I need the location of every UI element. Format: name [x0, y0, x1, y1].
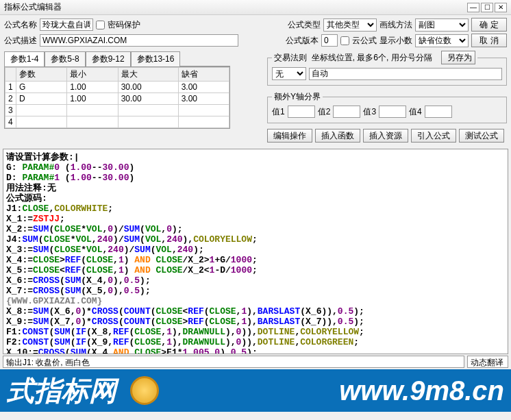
- tab-params-9-12[interactable]: 参数9-12: [86, 51, 131, 66]
- axis-input[interactable]: [309, 68, 502, 80]
- col-min: 最小: [67, 68, 118, 82]
- table-row: 3: [5, 105, 229, 116]
- cancel-button[interactable]: 取 消: [471, 34, 507, 47]
- tradelaw-select[interactable]: 无: [272, 67, 306, 80]
- output-status: 输出J1: 收盘价, 画白色: [3, 356, 464, 368]
- tab-params-1-4[interactable]: 参数1-4: [4, 51, 45, 66]
- minimize-button[interactable]: —: [467, 3, 479, 12]
- v3-label: 值3: [363, 106, 376, 118]
- close-button[interactable]: ✕: [495, 3, 507, 12]
- name-input[interactable]: [40, 18, 93, 31]
- autotrans-status: 动态翻译: [467, 356, 508, 368]
- table-row: 1G1.0030.003.00: [5, 82, 229, 93]
- decimals-label: 显示小数: [379, 35, 412, 47]
- table-row: 2D1.0030.003.00: [5, 93, 229, 105]
- import-button[interactable]: 引入公式: [411, 129, 456, 143]
- type-select[interactable]: 其他类型: [323, 18, 377, 32]
- param-grid[interactable]: 参数 最小 最大 缺省 1G1.0030.003.00 2D1.0030.003…: [4, 66, 230, 129]
- cloud-checkbox[interactable]: [340, 36, 349, 45]
- coin-icon: [130, 376, 159, 405]
- ok-button[interactable]: 确 定: [471, 18, 507, 32]
- col-param: 参数: [16, 68, 67, 82]
- watermark-banner: 式指标网 www.9m8.cn: [0, 369, 511, 412]
- banner-left: 式指标网: [7, 372, 116, 410]
- maximize-button[interactable]: ☐: [481, 3, 493, 12]
- v2-label: 值2: [318, 106, 331, 118]
- version-input[interactable]: [321, 34, 338, 47]
- insert-func-button[interactable]: 插入函数: [315, 129, 360, 143]
- axisnote-label: 坐标线位置, 最多6个, 用分号分隔: [312, 53, 432, 62]
- table-row: 4: [5, 116, 229, 128]
- top-form: 公式名称 密码保护 公式类型 其他类型 画线方法 副图 确 定 公式描述 公式版…: [0, 15, 511, 147]
- test-button[interactable]: 测试公式: [459, 129, 504, 143]
- drawmethod-select[interactable]: 副图: [415, 18, 469, 32]
- v4-label: 值4: [409, 106, 422, 118]
- pwd-checkbox[interactable]: [96, 21, 105, 29]
- tab-params-13-16[interactable]: 参数13-16: [131, 51, 181, 66]
- col-def: 缺省: [178, 68, 229, 82]
- window-title: 指标公式编辑器: [4, 1, 466, 13]
- name-label: 公式名称: [4, 19, 37, 31]
- v4-input[interactable]: [425, 106, 452, 118]
- banner-right: www.9m8.cn: [339, 375, 504, 406]
- desc-label: 公式描述: [4, 35, 37, 47]
- insert-res-button[interactable]: 插入资源: [363, 129, 408, 143]
- saveas-button[interactable]: 另存为: [441, 51, 475, 64]
- type-label: 公式类型: [288, 19, 321, 31]
- tradelaw-legend: 交易法则: [274, 53, 307, 62]
- pwd-label: 密码保护: [108, 19, 140, 31]
- code-editor[interactable]: 请设置计算参数:| G: PARAM#0 (1.00--30.00) D: PA…: [3, 149, 508, 354]
- v2-input[interactable]: [333, 106, 360, 118]
- tradelaw-group: 交易法则 坐标线位置, 最多6个, 用分号分隔 另存为 无: [267, 51, 507, 86]
- v3-input[interactable]: [379, 106, 406, 118]
- cloud-label: 云公式: [352, 35, 377, 47]
- edit-button[interactable]: 编辑操作: [267, 129, 312, 143]
- version-label: 公式版本: [286, 35, 319, 47]
- extray-group: 额外Y轴分界 值1 值2 值3 值4: [267, 91, 507, 123]
- drawmethod-label: 画线方法: [379, 19, 412, 31]
- tab-params-5-8[interactable]: 参数5-8: [45, 51, 85, 66]
- param-tabs: 参数1-4 参数5-8 参数9-12 参数13-16: [4, 51, 230, 66]
- titlebar: 指标公式编辑器 — ☐ ✕: [0, 0, 511, 15]
- decimals-select[interactable]: 缺省位数: [415, 34, 469, 47]
- desc-input[interactable]: [40, 34, 238, 47]
- v1-input[interactable]: [288, 106, 315, 118]
- extray-legend: 额外Y轴分界: [272, 91, 323, 103]
- col-max: 最大: [118, 68, 178, 82]
- v1-label: 值1: [272, 106, 285, 118]
